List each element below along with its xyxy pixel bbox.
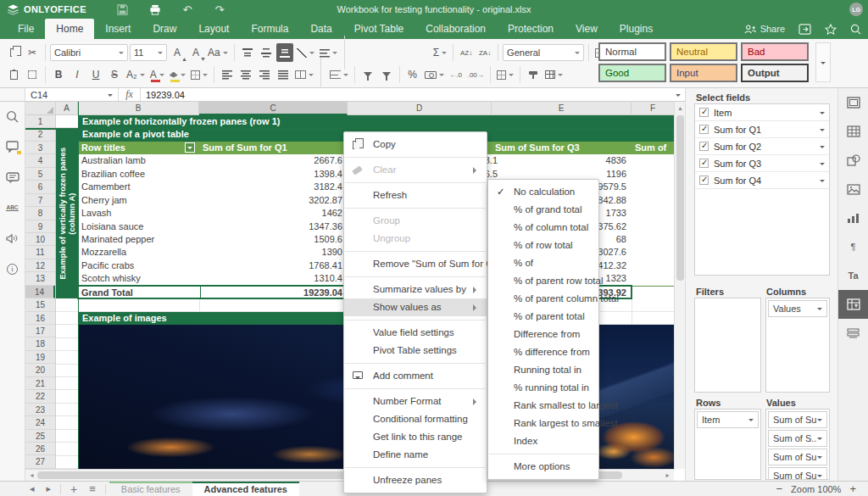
- column-header[interactable]: E: [492, 102, 632, 115]
- submenu-item[interactable]: More options: [488, 458, 598, 476]
- row-header[interactable]: 6: [25, 181, 55, 193]
- context-menu-item[interactable]: Copy: [344, 136, 487, 153]
- checkbox-checked-icon[interactable]: [699, 125, 709, 134]
- align-center-button[interactable]: [237, 65, 254, 84]
- select-all-corner[interactable]: [25, 102, 56, 115]
- italic-button[interactable]: I: [69, 65, 86, 84]
- filter-button[interactable]: [359, 65, 376, 84]
- align-right-button[interactable]: [256, 65, 273, 84]
- chevron-down-icon[interactable]: [820, 163, 825, 168]
- sheet-tab[interactable]: Basic features: [109, 482, 192, 496]
- context-menu-item[interactable]: [345, 363, 486, 364]
- column-header[interactable]: F: [632, 102, 674, 115]
- chevron-down-icon[interactable]: [820, 112, 825, 117]
- context-menu-item[interactable]: [345, 388, 486, 389]
- textart-settings-button[interactable]: Ta: [838, 261, 868, 290]
- image-settings-button[interactable]: [838, 175, 868, 203]
- row-header[interactable]: 17: [25, 325, 55, 337]
- avatar[interactable]: LG: [849, 3, 863, 16]
- paragraph-settings-button[interactable]: ¶: [838, 232, 868, 261]
- slicer-settings-button[interactable]: [838, 319, 868, 348]
- format-as-table-button[interactable]: [543, 65, 565, 84]
- add-sheet-button[interactable]: +: [64, 482, 83, 496]
- row-header[interactable]: 22: [25, 390, 55, 403]
- bold-button[interactable]: B: [50, 65, 67, 84]
- chart-settings-button[interactable]: [838, 203, 868, 232]
- row-header[interactable]: 26: [25, 443, 55, 455]
- row-header[interactable]: 13: [25, 272, 55, 285]
- context-menu-item[interactable]: Group: [344, 212, 487, 230]
- checkbox-checked-icon[interactable]: [699, 142, 709, 151]
- menu-tab[interactable]: Collaboration: [415, 19, 497, 39]
- menu-tab[interactable]: Protection: [497, 19, 565, 39]
- context-menu-item[interactable]: [345, 467, 486, 468]
- column-header-active[interactable]: C: [199, 102, 348, 115]
- context-menu-item[interactable]: [345, 251, 486, 252]
- row-header[interactable]: 27: [25, 455, 55, 468]
- menu-tab[interactable]: Plugins: [609, 19, 664, 39]
- menu-tab[interactable]: Draw: [142, 19, 187, 39]
- zoom-out-button[interactable]: −: [776, 482, 783, 495]
- field-row[interactable]: Sum for Q3: [695, 155, 829, 172]
- context-menu-item[interactable]: [345, 208, 486, 209]
- cell-style-chip[interactable]: Normal: [598, 42, 666, 61]
- row-header[interactable]: 25: [25, 430, 55, 443]
- checkbox-checked-icon[interactable]: [699, 176, 709, 185]
- print-button[interactable]: [144, 2, 166, 17]
- context-menu-item[interactable]: [345, 182, 486, 183]
- merge-cells-button[interactable]: [293, 65, 315, 84]
- submenu-item[interactable]: % of: [488, 254, 598, 272]
- search-button[interactable]: [5, 109, 20, 124]
- number-format-select[interactable]: General: [503, 44, 584, 61]
- next-sheet-button[interactable]: ▸: [41, 483, 58, 494]
- cell-style-chip[interactable]: Neutral: [670, 42, 737, 61]
- submenu-item[interactable]: % running total in: [488, 379, 598, 397]
- orientation-button[interactable]: [295, 43, 316, 62]
- menu-tab[interactable]: Home: [45, 19, 94, 39]
- undo-button[interactable]: ↶: [176, 2, 198, 17]
- value-field-chip[interactable]: Sum of Su...: [768, 411, 827, 428]
- share-button[interactable]: Share: [744, 24, 785, 34]
- context-menu-item[interactable]: Ungroup: [344, 230, 487, 248]
- checkbox-checked-icon[interactable]: [699, 159, 709, 168]
- align-middle-button[interactable]: [258, 43, 275, 62]
- context-menu-item[interactable]: Define name: [344, 446, 487, 464]
- menu-tab[interactable]: File: [7, 19, 45, 39]
- zoom-level[interactable]: Zoom 100%: [791, 484, 841, 494]
- copy-style-button[interactable]: [525, 65, 542, 84]
- submenu-item[interactable]: Index: [488, 432, 598, 450]
- column-header[interactable]: A: [56, 102, 78, 115]
- cell-settings-button[interactable]: [838, 88, 868, 117]
- paste-button[interactable]: [5, 65, 22, 84]
- strikethrough-button[interactable]: S: [106, 65, 123, 84]
- context-menu-item[interactable]: Add comment: [344, 367, 487, 385]
- row-header[interactable]: 7: [25, 194, 55, 207]
- field-row[interactable]: Sum for Q2: [695, 138, 829, 155]
- submenu-item[interactable]: [489, 454, 598, 454]
- formula-input[interactable]: 19239.04: [141, 88, 671, 101]
- font-color-button[interactable]: A: [148, 65, 166, 84]
- submenu-item[interactable]: % difference from: [488, 343, 598, 361]
- insert-function-button[interactable]: fx: [119, 88, 141, 101]
- percent-style-button[interactable]: %: [404, 65, 421, 84]
- delete-cells-button[interactable]: [495, 65, 515, 84]
- subscript-button[interactable]: A₂: [125, 65, 147, 84]
- feedback-button[interactable]: [5, 231, 20, 246]
- copy-button[interactable]: [5, 43, 22, 62]
- row-header[interactable]: 3: [25, 142, 55, 154]
- value-field-chip[interactable]: Sum of Su...: [768, 449, 827, 465]
- row-header[interactable]: 11: [25, 246, 55, 259]
- menu-tab[interactable]: Pivot Table: [343, 19, 415, 39]
- prev-sheet-button[interactable]: ◂: [24, 483, 41, 494]
- context-menu-item[interactable]: Summarize values by: [344, 281, 487, 298]
- vertical-scrollbar[interactable]: ▲: [674, 102, 685, 469]
- search-icon[interactable]: [850, 24, 861, 35]
- cut-button[interactable]: ✂: [24, 43, 41, 62]
- change-case-button[interactable]: Aa: [206, 43, 230, 62]
- row-header[interactable]: 5: [25, 168, 55, 181]
- sort-descending-button[interactable]: ZA↓: [476, 43, 493, 62]
- spellcheck-button[interactable]: ABC: [5, 200, 20, 215]
- row-header[interactable]: 12: [25, 259, 55, 272]
- submenu-item[interactable]: Difference from: [488, 326, 598, 343]
- value-field-chip[interactable]: Sum of Su...: [768, 467, 827, 480]
